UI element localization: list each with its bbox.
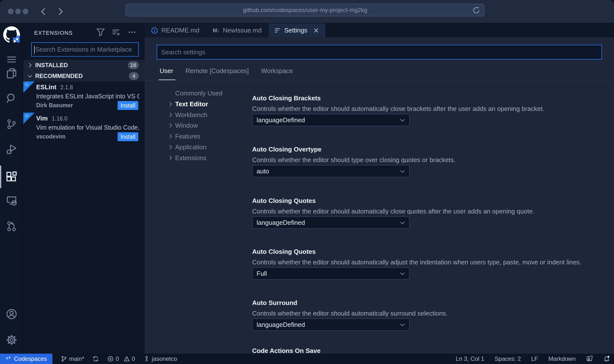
install-button[interactable]: Install: [118, 132, 138, 141]
toc-window[interactable]: Window: [145, 120, 243, 131]
tab-readme[interactable]: README.md: [145, 23, 206, 37]
branch-status[interactable]: main*: [61, 355, 84, 362]
info-icon: [151, 27, 158, 34]
warnings-icon: [123, 356, 130, 362]
chevron-right-icon: [167, 133, 174, 139]
tab-settings[interactable]: Settings: [268, 23, 326, 37]
extension-description: Vim emulation for Visual Studio Code...: [36, 124, 139, 131]
chevron-right-icon: [167, 155, 174, 161]
source-control-icon[interactable]: [6, 119, 17, 130]
user-status[interactable]: jasonetco: [143, 355, 177, 362]
eol-sequence[interactable]: LF: [531, 355, 538, 362]
errors-icon: [107, 356, 114, 362]
extensions-sidebar: EXTENSIONS INSTALLED 16 RECOMMENDED 4 ☆ …: [23, 23, 145, 354]
setting-dropdown[interactable]: Full: [252, 267, 410, 280]
extensions-search-box: [31, 42, 139, 57]
tab-bar: README.md M↓ NewIssue.md Settings: [145, 23, 614, 37]
indentation[interactable]: Spaces: 2: [495, 355, 521, 362]
star-icon: ☆: [24, 113, 29, 119]
extension-vim[interactable]: ☆ Vim 1.16.0 Vim emulation for Visual St…: [23, 113, 145, 144]
run-debug-icon[interactable]: [6, 144, 17, 155]
search-icon[interactable]: [6, 93, 17, 104]
url-bar[interactable]: github.com/codespaces/user-my-project-mg…: [125, 4, 485, 16]
branch-icon: [61, 356, 67, 362]
codespaces-window: github.com/codespaces/user-my-project-mg…: [0, 0, 614, 364]
github-codespaces-logo[interactable]: [3, 26, 20, 43]
close-icon[interactable]: [313, 28, 319, 33]
settings-search-box: [157, 45, 602, 60]
chevron-down-icon: [399, 270, 406, 277]
setting-description: Controls whether the editor should autom…: [252, 208, 535, 215]
toc-features[interactable]: Features: [145, 131, 243, 142]
scope-tab-workspace[interactable]: Workspace: [261, 67, 293, 79]
toc-workbench[interactable]: Workbench: [145, 109, 243, 120]
vscode-logo: [12, 35, 20, 44]
section-installed[interactable]: INSTALLED 16: [23, 60, 145, 71]
traffic-light-minimize[interactable]: [15, 9, 21, 14]
editor-area: README.md M↓ NewIssue.md Settings User R…: [145, 23, 614, 354]
section-recommended[interactable]: RECOMMENDED 4: [23, 71, 145, 81]
forward-icon[interactable]: [55, 6, 65, 17]
sync-status[interactable]: [92, 356, 99, 362]
install-button[interactable]: Install: [118, 101, 138, 110]
remote-explorer-icon[interactable]: [6, 195, 17, 206]
chevron-right-icon: [167, 144, 174, 150]
toc-commonly-used[interactable]: Commonly Used: [145, 88, 243, 99]
settings-search-input[interactable]: [157, 45, 601, 59]
person-icon: [143, 356, 150, 362]
menu-icon[interactable]: [6, 54, 17, 65]
explorer-icon[interactable]: [6, 68, 17, 79]
sync-icon: [92, 356, 99, 362]
settings-gear-icon[interactable]: [6, 334, 17, 346]
remote-label: Codespaces: [14, 355, 47, 362]
clear-extensions-icon[interactable]: [111, 28, 120, 37]
feedback-icon[interactable]: [586, 355, 593, 362]
account-icon[interactable]: [6, 308, 17, 320]
setting-auto-closing-overtype: Auto Closing Overtype Controls whether t…: [252, 146, 609, 153]
chevron-down-icon: [399, 219, 406, 226]
setting-title: Auto Closing Quotes: [252, 248, 609, 256]
setting-title: Code Actions On Save: [252, 347, 609, 354]
toc-text-editor[interactable]: Text Editor: [145, 99, 243, 109]
chevron-down-icon: [399, 321, 406, 328]
tab-label: README.md: [161, 27, 200, 34]
extension-eslint[interactable]: ☆ ESLint 2.1.8 Integrates ESLint JavaScr…: [23, 81, 145, 113]
setting-title: Auto Closing Brackets: [252, 94, 609, 102]
back-icon[interactable]: [38, 6, 49, 17]
filter-icon[interactable]: [96, 28, 105, 37]
more-actions-icon[interactable]: [128, 28, 137, 37]
extensions-search-input[interactable]: [32, 43, 138, 56]
scope-tab-remote[interactable]: Remote [Codespaces]: [185, 67, 249, 79]
setting-dropdown[interactable]: auto: [252, 165, 410, 177]
count-badge: 16: [128, 61, 139, 69]
notifications-bell-icon[interactable]: [603, 355, 610, 362]
traffic-light-close[interactable]: [8, 9, 14, 14]
active-view-indicator: [0, 166, 1, 188]
setting-description: Controls whether the editor should autom…: [252, 310, 448, 317]
extension-version: 1.16.0: [52, 115, 67, 122]
setting-title: Auto Closing Overtype: [252, 146, 609, 153]
setting-dropdown[interactable]: languageDefined: [252, 216, 410, 229]
pull-requests-icon[interactable]: [6, 221, 17, 232]
setting-description: Controls whether the editor should autom…: [252, 105, 544, 113]
scope-tab-user[interactable]: User: [160, 67, 173, 79]
traffic-light-zoom[interactable]: [23, 9, 28, 14]
reload-icon[interactable]: [472, 6, 480, 14]
language-mode[interactable]: Markdown: [548, 355, 576, 362]
count-badge: 4: [129, 72, 139, 80]
section-label: RECOMMENDED: [35, 73, 83, 79]
browser-chrome: github.com/codespaces/user-my-project-mg…: [0, 0, 614, 23]
setting-auto-closing-quotes: Auto Closing Quotes Controls whether the…: [252, 197, 609, 205]
chevron-down-icon: [399, 117, 406, 123]
setting-auto-closing-quotes-2: Auto Closing Quotes Controls whether the…: [252, 248, 609, 256]
setting-dropdown[interactable]: languageDefined: [252, 318, 410, 331]
toc-application[interactable]: Application: [145, 142, 243, 152]
extensions-icon[interactable]: [6, 171, 17, 182]
cursor-position[interactable]: Ln 3, Col 1: [456, 355, 484, 362]
tab-newissue[interactable]: M↓ NewIssue.md: [206, 23, 269, 37]
setting-dropdown[interactable]: languageDefined: [252, 114, 410, 126]
problems-status[interactable]: 0 0: [107, 355, 135, 362]
toc-extensions[interactable]: Extensions: [145, 152, 243, 163]
remote-indicator[interactable]: Codespaces: [0, 354, 52, 364]
chevron-down-icon: [27, 73, 33, 79]
